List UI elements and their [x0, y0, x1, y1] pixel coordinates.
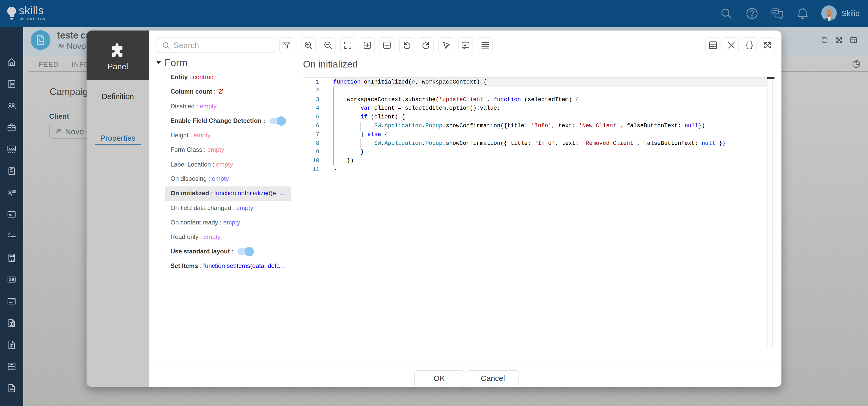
svg-text:$: $ [9, 279, 11, 281]
